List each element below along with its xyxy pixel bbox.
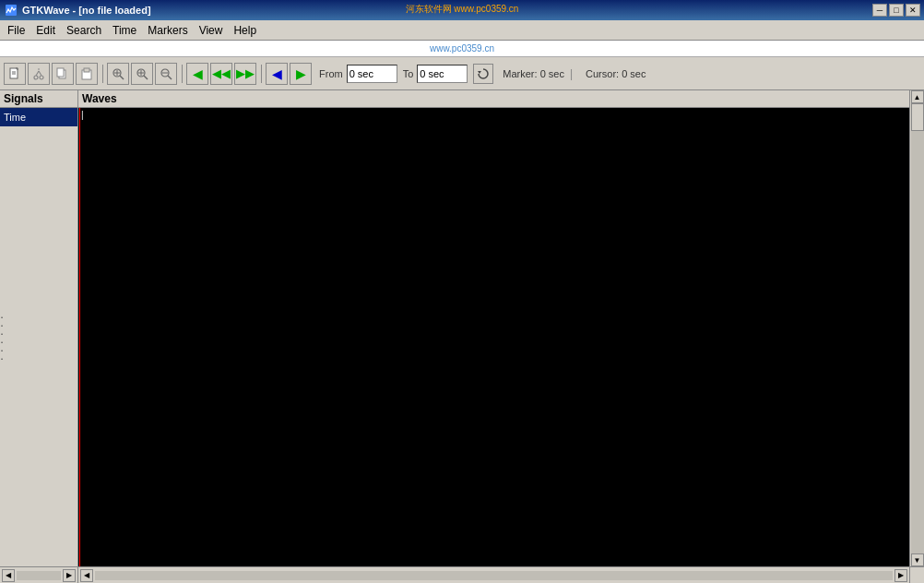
- cursor-line: [79, 108, 80, 566]
- waves-header: Waves: [78, 90, 909, 108]
- cut-button[interactable]: [28, 63, 50, 85]
- svg-point-4: [34, 76, 38, 79]
- svg-rect-12: [84, 68, 89, 72]
- menu-file[interactable]: File: [2, 22, 30, 39]
- waves-hscroll-track[interactable]: [95, 571, 893, 580]
- prev-button[interactable]: ◀: [266, 63, 288, 85]
- svg-marker-24: [478, 71, 481, 74]
- begin-button[interactable]: ◀◀: [210, 63, 232, 85]
- waves-hscroll-left[interactable]: ◀: [80, 569, 93, 582]
- watermark-text: www.pc0359.cn: [430, 43, 494, 54]
- back-arrow-button[interactable]: ◀: [186, 63, 208, 85]
- menu-edit[interactable]: Edit: [30, 22, 61, 39]
- scrollbar-corner: [909, 567, 924, 583]
- marker-info: Marker: 0 sec: [503, 68, 564, 79]
- waves-canvas[interactable]: |: [78, 108, 909, 566]
- svg-line-18: [144, 76, 148, 79]
- menu-markers[interactable]: Markers: [142, 22, 193, 39]
- signal-time-label: Time: [4, 112, 26, 123]
- horizontal-scrollbar: ◀ ▶ ◀ ▶: [0, 566, 924, 583]
- info-separator: |: [570, 67, 573, 80]
- svg-point-5: [40, 76, 43, 79]
- vscroll-track[interactable]: [911, 103, 924, 553]
- waves-hscroll[interactable]: ◀ ▶: [78, 567, 909, 583]
- signal-time-row[interactable]: Time: [0, 108, 77, 126]
- svg-line-6: [36, 71, 39, 76]
- title-bar: GTKWave - [no file loaded] 河东软件网 www.pc0…: [0, 0, 924, 20]
- zoom-out-button[interactable]: [155, 63, 177, 85]
- from-label: From: [319, 68, 343, 79]
- refresh-button[interactable]: [473, 64, 493, 84]
- toolbar: ◀ ◀◀ ▶▶ ◀ ▶ From To Marker: 0 sec | Curs…: [0, 57, 924, 90]
- vertical-scrollbar[interactable]: ▲ ▼: [909, 90, 924, 566]
- zoom-fit-button[interactable]: [107, 63, 129, 85]
- window-controls[interactable]: ─ □ ✕: [872, 4, 920, 17]
- menu-search[interactable]: Search: [61, 22, 107, 39]
- signals-header: Signals: [0, 90, 77, 108]
- new-button[interactable]: [4, 63, 26, 85]
- separator-1: [100, 63, 105, 85]
- title-text: GTKWave - [no file loaded]: [22, 5, 151, 16]
- cursor-info: Cursor: 0 sec: [586, 68, 646, 79]
- menu-time[interactable]: Time: [107, 22, 142, 39]
- svg-rect-10: [57, 68, 64, 77]
- svg-line-7: [39, 71, 41, 76]
- from-input[interactable]: [347, 65, 397, 83]
- signals-hscroll-right[interactable]: ▶: [63, 569, 76, 582]
- minimize-button[interactable]: ─: [872, 4, 887, 17]
- signals-hscroll-left[interactable]: ◀: [2, 569, 15, 582]
- svg-line-22: [168, 76, 172, 79]
- zoom-in-button[interactable]: [131, 63, 153, 85]
- wave-text: |: [81, 110, 84, 120]
- maximize-button[interactable]: □: [889, 4, 904, 17]
- app-icon: [4, 3, 18, 18]
- next-button[interactable]: ▶: [290, 63, 312, 85]
- menu-help[interactable]: Help: [228, 22, 262, 39]
- vscroll-up-arrow[interactable]: ▲: [911, 90, 924, 103]
- separator-3: [258, 63, 264, 85]
- waves-hscroll-right[interactable]: ▶: [894, 569, 907, 582]
- main-area: Signals Time • • • • • • Waves: [0, 90, 924, 566]
- signals-hscroll[interactable]: ◀ ▶: [0, 567, 78, 583]
- signals-content: Time • • • • • •: [0, 108, 77, 566]
- signals-hscroll-track[interactable]: [17, 571, 61, 580]
- vscroll-thumb[interactable]: [911, 103, 924, 131]
- to-input[interactable]: [417, 65, 468, 83]
- waves-panel: Waves |: [78, 90, 909, 566]
- vscroll-down-arrow[interactable]: ▼: [911, 553, 924, 566]
- title-bar-left: GTKWave - [no file loaded]: [4, 3, 151, 18]
- title-watermark: 河东软件网 www.pc0359.cn: [406, 3, 519, 16]
- close-button[interactable]: ✕: [906, 4, 920, 17]
- signals-panel: Signals Time • • • • • •: [0, 90, 78, 566]
- separator-2: [179, 63, 184, 85]
- menu-bar: File Edit Search Time Markers View Help: [0, 20, 924, 41]
- end-button[interactable]: ▶▶: [234, 63, 256, 85]
- paste-button[interactable]: [76, 63, 98, 85]
- menu-view[interactable]: View: [194, 22, 229, 39]
- watermark-bar: www.pc0359.cn: [0, 41, 924, 57]
- to-label: To: [403, 68, 414, 79]
- copy-button[interactable]: [52, 63, 74, 85]
- svg-line-14: [120, 76, 124, 79]
